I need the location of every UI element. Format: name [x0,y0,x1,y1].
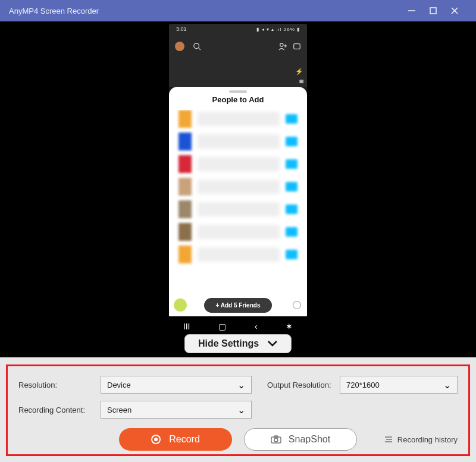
bitmoji-avatar-icon[interactable] [175,42,184,51]
resolution-label: Resolution: [18,381,96,389]
people-to-add-sheet: People to Add + Add 5 Friends [169,87,307,316]
close-icon [450,7,459,15]
minimize-button[interactable] [401,0,422,21]
video-icon[interactable]: ◙ [299,77,303,84]
svg-rect-1 [430,8,436,14]
add-friend-icon[interactable] [278,42,287,51]
record-icon [151,435,161,444]
add-friends-button[interactable]: + Add 5 Friends [204,298,273,313]
home-icon[interactable]: ▢ [218,322,226,331]
phone-frame: 3:01 ▮ ◂ ▾ ▴ .ıl 26% ▮ ⚡ ◙ People to [169,24,307,337]
output-resolution-select[interactable]: 720*1600 ⌄ [340,376,458,394]
list-item[interactable] [178,155,298,173]
maximize-icon [429,7,437,15]
record-label: Record [169,434,200,445]
flip-camera-icon[interactable] [293,42,301,51]
recording-content-value: Screen [107,406,131,414]
snapshot-button[interactable]: SnapShot [244,428,357,451]
titlebar: AnyMP4 Screen Recorder [0,0,476,21]
record-button[interactable]: Record [119,428,232,451]
recent-apps-icon[interactable]: III [183,322,190,331]
output-resolution-value: 720*1600 [346,381,380,389]
phone-statusbar: 3:01 ▮ ◂ ▾ ▴ .ıl 26% ▮ [169,24,307,34]
maximize-button[interactable] [422,0,444,21]
sheet-footer: + Add 5 Friends [169,294,307,316]
minimize-icon [408,7,416,15]
svg-line-5 [199,48,201,51]
recording-history-link[interactable]: Recording history [384,435,458,444]
snapchat-camera-bg: ⚡ ◙ [169,58,307,87]
sheet-handle[interactable] [229,90,247,93]
phone-clock: 3:01 [176,26,187,32]
settings-panel-wrap: Resolution: Device ⌄ Output Resolution: … [0,357,476,462]
settings-panel: Resolution: Device ⌄ Output Resolution: … [6,364,470,456]
chevron-down-icon: ⌄ [237,404,245,416]
resolution-select[interactable]: Device ⌄ [101,376,252,394]
chevron-down-icon: ⌄ [237,379,245,391]
close-button[interactable] [444,0,465,21]
list-item[interactable] [178,223,298,241]
list-item[interactable] [178,200,298,218]
camera-icon [271,435,281,444]
snapshot-label: SnapShot [289,434,330,445]
list-item[interactable] [178,178,298,196]
hide-settings-toggle[interactable]: Hide Settings [184,334,292,353]
svg-point-4 [194,43,199,49]
search-icon[interactable] [193,42,201,51]
my-avatar-icon[interactable] [174,298,187,312]
phone-mirror-area: 3:01 ▮ ◂ ▾ ▴ .ıl 26% ▮ ⚡ ◙ People to [0,21,476,357]
phone-status-icons: ▮ ◂ ▾ ▴ .ıl 26% ▮ [256,27,300,32]
list-item[interactable] [178,133,298,150]
chevron-down-icon [267,338,278,349]
list-icon [384,436,393,443]
back-icon[interactable]: ‹ [255,322,258,331]
actions-row: Record SnapShot Recording history [18,428,458,451]
resolution-value: Device [107,381,131,389]
hide-settings-label: Hide Settings [198,338,259,349]
sheet-title: People to Add [169,95,307,104]
select-circle-icon[interactable] [293,301,301,309]
flash-icon[interactable]: ⚡ [295,68,303,76]
recording-history-label: Recording history [397,435,458,444]
android-navbar: III ▢ ‹ ✶ [169,316,307,337]
chevron-down-icon: ⌄ [443,379,451,391]
svg-point-11 [274,438,278,442]
svg-rect-9 [294,44,300,49]
recording-content-select[interactable]: Screen ⌄ [101,401,252,419]
list-item[interactable] [178,246,298,263]
svg-point-6 [280,43,283,46]
recording-content-label: Recording Content: [18,406,96,414]
accessibility-icon[interactable]: ✶ [286,322,293,331]
friend-list[interactable] [169,110,307,294]
snapchat-appbar [169,34,307,58]
output-resolution-label: Output Resolution: [267,381,335,389]
list-item[interactable] [178,110,298,128]
window-title: AnyMP4 Screen Recorder [9,7,401,15]
